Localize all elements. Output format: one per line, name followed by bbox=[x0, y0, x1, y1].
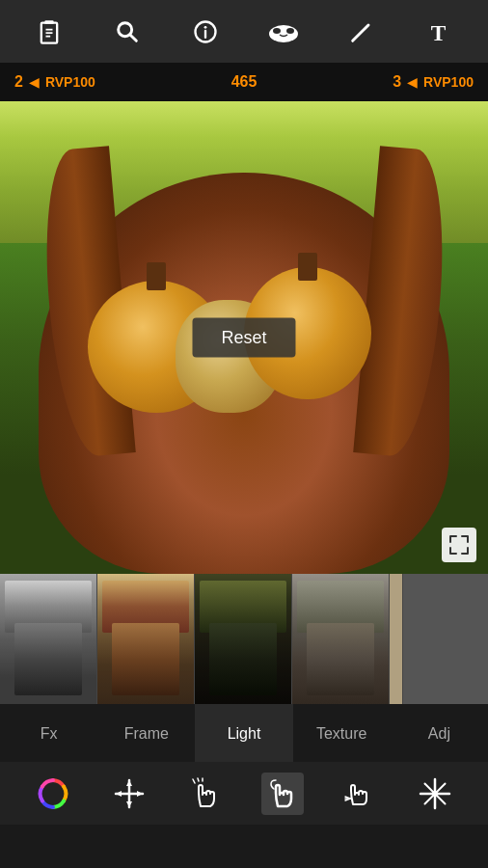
top-toolbar: T bbox=[0, 0, 488, 63]
partial-filter-thumb[interactable] bbox=[390, 574, 403, 704]
tab-frame[interactable]: Frame bbox=[97, 704, 195, 762]
film-number-right: 3 bbox=[393, 73, 401, 91]
film-label-right: RVP100 bbox=[423, 74, 474, 90]
muted-filter-thumb[interactable] bbox=[292, 574, 390, 704]
info-icon[interactable] bbox=[186, 13, 225, 51]
svg-point-11 bbox=[273, 28, 281, 34]
search-icon[interactable] bbox=[108, 13, 147, 51]
svg-line-6 bbox=[129, 34, 135, 40]
film-header: 2 ◀ RVP100 465 3 ◀ RVP100 bbox=[0, 63, 488, 101]
tab-fx[interactable]: Fx bbox=[0, 704, 97, 762]
gesture-icon[interactable] bbox=[184, 773, 227, 815]
reset-button[interactable]: Reset bbox=[192, 318, 295, 358]
film-arrow-left: ◀ bbox=[29, 74, 40, 90]
tab-bar: Fx Frame Light Texture Adj bbox=[0, 704, 488, 762]
svg-line-23 bbox=[193, 779, 195, 783]
svg-point-8 bbox=[203, 25, 206, 28]
mask-icon[interactable] bbox=[264, 13, 303, 51]
film-label-left: RVP100 bbox=[45, 74, 95, 90]
tab-adj[interactable]: Adj bbox=[391, 704, 488, 762]
move-icon[interactable] bbox=[108, 773, 150, 815]
color-wheel-icon[interactable] bbox=[32, 773, 74, 815]
svg-marker-22 bbox=[137, 791, 143, 797]
tab-texture[interactable]: Texture bbox=[293, 704, 391, 762]
svg-point-12 bbox=[286, 28, 294, 34]
svg-point-31 bbox=[432, 791, 438, 797]
pen-icon[interactable] bbox=[342, 13, 381, 51]
film-arrow-right: ◀ bbox=[407, 74, 418, 90]
svg-text:T: T bbox=[430, 20, 446, 45]
expand-icon[interactable] bbox=[442, 528, 476, 562]
clipboard-icon[interactable] bbox=[30, 13, 68, 51]
film-right: 3 ◀ RVP100 bbox=[393, 73, 474, 91]
text-icon[interactable]: T bbox=[420, 13, 459, 51]
filter-strip bbox=[0, 574, 488, 704]
sparkle-icon[interactable] bbox=[414, 773, 456, 815]
bw-filter-thumb[interactable] bbox=[0, 574, 97, 704]
icon-bar bbox=[0, 762, 488, 825]
vintage-filter-thumb[interactable] bbox=[97, 574, 195, 704]
svg-marker-19 bbox=[126, 780, 132, 786]
image-area: Reset bbox=[0, 101, 488, 574]
svg-line-24 bbox=[198, 778, 199, 781]
film-left: 2 ◀ RVP100 bbox=[14, 73, 95, 91]
swipe-icon[interactable] bbox=[338, 773, 380, 815]
svg-point-10 bbox=[269, 25, 298, 42]
film-center-number: 465 bbox=[231, 73, 258, 91]
svg-marker-21 bbox=[116, 791, 122, 797]
svg-marker-20 bbox=[126, 801, 132, 807]
touch-icon[interactable] bbox=[261, 773, 304, 815]
tab-light[interactable]: Light bbox=[195, 704, 292, 762]
dark-filter-thumb[interactable] bbox=[195, 574, 292, 704]
film-number-left: 2 bbox=[14, 73, 23, 91]
